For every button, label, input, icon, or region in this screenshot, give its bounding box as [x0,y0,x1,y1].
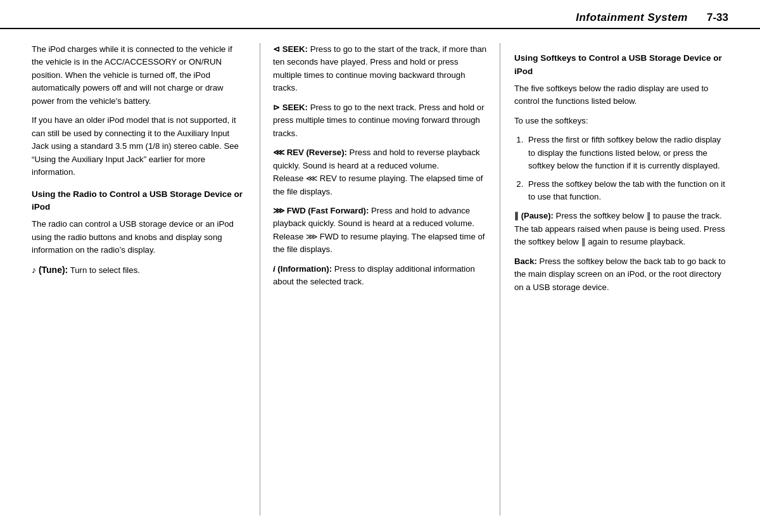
fwd-label: ⋙ FWD (Fast Forward): [273,206,369,215]
pause-label: ‖ (Pause): [514,211,554,220]
seek-next-label: ⊳ SEEK: [273,103,308,112]
col3-para2: To use the softkeys: [514,115,728,127]
seek-prev-label: ⊲ SEEK: [273,44,308,54]
rev-label: ⋘ REV (Reverse): [273,148,347,157]
col3-para1: The five softkeys below the radio displa… [514,82,728,108]
column-2: ⊲ SEEK: Press to go to the start of the … [262,43,498,516]
back-label: Back: [514,256,537,266]
column-3: Using Softkeys to Control a USB Storage … [502,43,728,516]
col1-para2: If you have an older iPod model that is … [32,114,246,179]
back-entry: Back: Press the softkey below the back t… [514,255,728,294]
rev-text2: Release ⋘ REV to resume playing. The ela… [273,172,487,198]
info-entry: i (Information): Press to display additi… [273,263,487,289]
content-area: The iPod charges while it is connected t… [0,29,760,528]
page-container: Infotainment System 7-33 The iPod charge… [0,0,760,532]
column-1: The iPod charges while it is connected t… [32,43,258,516]
fwd-entry: ⋙ FWD (Fast Forward): Press and hold to … [273,205,487,256]
softkey-list: Press the first or fifth softkey below t… [514,134,728,203]
list-item-2: Press the softkey below the tab with the… [526,178,728,204]
tune-label: ♪ (Tune): [32,265,68,275]
col1-heading1: Using the Radio to Control a USB Storage… [32,188,246,215]
list-item-1: Press the first or fifth softkey below t… [526,134,728,172]
back-text: Press the softkey below the back tab to … [514,256,726,292]
info-label: i (Information): [273,264,332,274]
tune-text: Turn to select files. [68,265,140,275]
col3-heading1: Using Softkeys to Control a USB Storage … [514,52,728,79]
seek-prev-entry: ⊲ SEEK: Press to go to the start of the … [273,43,487,95]
col1-tune: ♪ (Tune): Turn to select files. [32,263,246,277]
col1-para3: The radio can control a USB storage devi… [32,218,246,256]
page-header: Infotainment System 7-33 [0,0,760,29]
col1-para1: The iPod charges while it is connected t… [32,43,246,108]
column-divider-2 [500,43,500,516]
pause-entry: ‖ (Pause): Press the softkey below ‖ to … [514,210,728,248]
header-page: 7-33 [707,11,728,24]
seek-next-entry: ⊳ SEEK: Press to go to the next track. P… [273,101,487,140]
header-title: Infotainment System [576,11,688,24]
rev-entry: ⋘ REV (Reverse): Press and hold to rever… [273,146,487,198]
column-divider-1 [260,43,260,516]
